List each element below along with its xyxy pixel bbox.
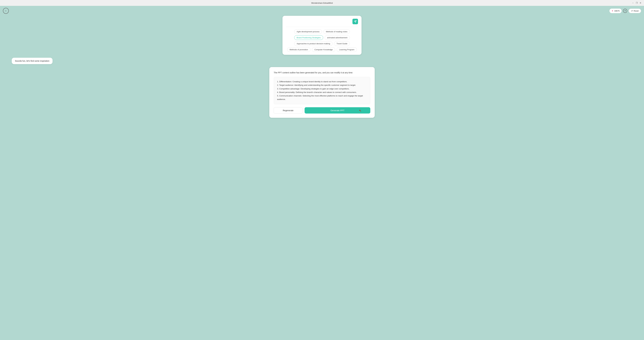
credits-count: 33675 (614, 10, 620, 12)
reset-button[interactable]: ↺ Reset (629, 9, 641, 13)
reset-label: Reset (634, 10, 638, 12)
center-area: Agile development processMethods of read… (0, 16, 644, 124)
topic-input[interactable] (286, 20, 351, 23)
add-credits-button[interactable]: + (623, 9, 627, 13)
suggestion-card: Agile development processMethods of read… (282, 16, 362, 55)
send-button[interactable] (352, 19, 358, 24)
regenerate-button[interactable]: Regenerate (274, 107, 302, 114)
generated-card: The PPT content outline has been generat… (269, 67, 375, 118)
generated-title: The PPT content outline has been generat… (274, 71, 370, 74)
inspiration-text: Sounds fun, let's find some inspiration (15, 60, 49, 62)
tag-item[interactable]: Travel Guide (334, 41, 350, 46)
tag-item[interactable]: animated advertisement (325, 35, 350, 40)
generate-ppt-button[interactable]: Generate PPT ↖ (304, 107, 370, 114)
outline-item: 1. Differentiation: Creating a unique br… (277, 80, 367, 83)
title-bar: Wondershare EdrawMind − ❐ ✕ (0, 0, 644, 6)
tag-item[interactable]: Brand Positioning Strategies (294, 35, 323, 40)
tag-item[interactable]: Methods of reading notes (324, 29, 350, 34)
tags-grid: Agile development processMethods of read… (286, 29, 358, 52)
reset-icon: ↺ (631, 10, 633, 12)
tag-item[interactable]: Methods of promotion (287, 47, 310, 52)
outline-item: 3. Competitive advantage: Developing str… (277, 87, 367, 91)
top-bar: ← ✦ 33675 + ↺ Reset (0, 6, 644, 16)
outline-box: 1. Differentiation: Creating a unique br… (274, 77, 370, 104)
credits-icon: ✦ (612, 9, 614, 12)
window-controls: − ❐ ✕ (632, 2, 642, 4)
outline-item: 4. Brand personality: Defining the brand… (277, 91, 367, 94)
tag-item[interactable]: Approaches to product decision-making (294, 41, 332, 46)
send-icon (354, 20, 356, 23)
main-content: ← ✦ 33675 + ↺ Reset (0, 6, 644, 340)
tag-item[interactable]: Agile development process (294, 29, 322, 34)
back-button[interactable]: ← (3, 8, 9, 14)
close-button[interactable]: ✕ (639, 2, 642, 4)
maximize-button[interactable]: ❐ (636, 2, 638, 4)
cursor-icon: ↖ (359, 109, 362, 112)
generate-ppt-label: Generate PPT (330, 109, 344, 112)
outline-item: 2. Target audience: Identifying and unde… (277, 83, 367, 87)
inspiration-bubble: Sounds fun, let's find some inspiration (12, 58, 52, 64)
credits-badge: ✦ 33675 (610, 9, 622, 13)
action-row: Regenerate Generate PPT ↖ (274, 107, 370, 114)
minimize-button[interactable]: − (632, 2, 634, 4)
tag-item[interactable]: Learning Program (337, 47, 357, 52)
input-row (286, 19, 358, 24)
tag-item[interactable]: Computer Knowledge (312, 47, 335, 52)
app-title: Wondershare EdrawMind (311, 2, 333, 4)
top-right-controls: ✦ 33675 + ↺ Reset (610, 9, 641, 13)
outline-item: 5. Communication channels: Selecting the… (277, 94, 367, 101)
